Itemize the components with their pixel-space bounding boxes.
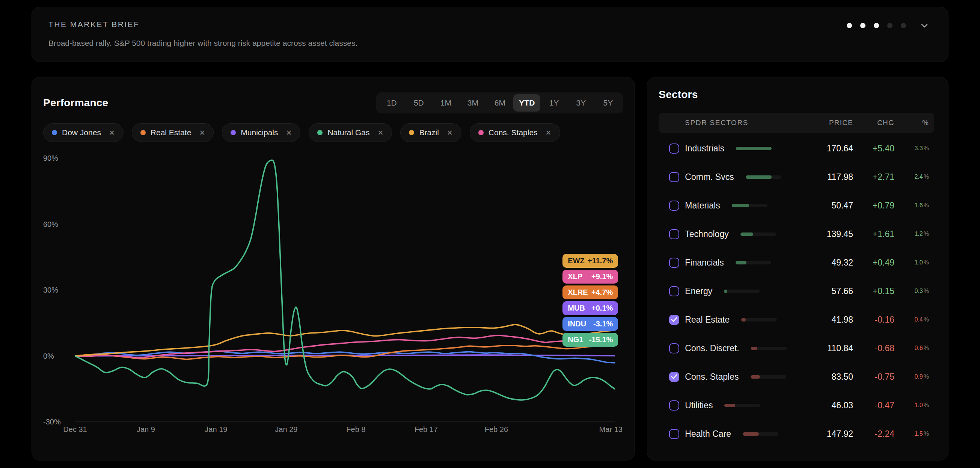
range-tab-5y[interactable]: 5Y [594, 94, 621, 111]
range-tab-ytd[interactable]: YTD [513, 94, 540, 111]
range-tab-6m[interactable]: 6M [486, 94, 513, 111]
ticker-change-value: +11.7% [588, 256, 613, 265]
percent-sign: % [924, 145, 929, 151]
sector-row-energy[interactable]: Energy57.66+0.150.3% [659, 277, 934, 306]
pagination-dots[interactable] [847, 23, 906, 28]
bar-fill [735, 261, 746, 264]
y-tick-label: 0% [43, 351, 70, 361]
percent-value: 0.6 [915, 345, 923, 351]
performance-chart: 90%60%30%0%-30% Dec 31Jan 9Jan 19Jan 29F… [43, 147, 623, 448]
y-tick-label: 30% [43, 285, 70, 295]
sector-name-cell: Industrials [669, 143, 808, 154]
series-color-dot [317, 130, 323, 135]
percent-sign: % [924, 174, 929, 180]
percent-sign: % [924, 202, 929, 209]
bar-fill [724, 290, 727, 293]
sector-checkbox[interactable] [669, 400, 679, 411]
percent-value: 1.0 [915, 259, 923, 266]
sector-row-utilities[interactable]: Utilities46.03-0.471.0% [659, 391, 934, 420]
page-dot[interactable] [874, 23, 879, 28]
page-dot[interactable] [887, 23, 892, 28]
sector-change: +5.40 [853, 143, 894, 154]
remove-chip-icon[interactable]: ✕ [109, 129, 115, 137]
chevron-down-icon[interactable] [919, 20, 930, 31]
percent-value: 3.3 [915, 145, 923, 151]
sector-checkbox[interactable] [669, 143, 679, 154]
bar-fill [740, 232, 754, 236]
performance-title: Performance [43, 97, 108, 109]
sector-row-cons-staples[interactable]: Cons. Staples83.50-0.750.9% [659, 363, 934, 391]
remove-chip-icon[interactable]: ✕ [447, 129, 453, 137]
range-tab-1m[interactable]: 1M [432, 94, 459, 111]
chart-plot-area[interactable] [75, 147, 615, 433]
ticker-label: XLP [568, 272, 582, 281]
page-dot[interactable] [860, 23, 865, 28]
range-tab-1y[interactable]: 1Y [540, 94, 567, 111]
ticker-label: EWZ [568, 256, 584, 265]
sector-row-real-estate[interactable]: Real Estate41.98-0.160.4% [659, 306, 934, 334]
sector-price: 117.98 [808, 172, 853, 182]
sectors-card: Sectors SPDR SECTORS PRICE CHG % Industr… [647, 77, 948, 460]
percent-value: 1.0 [915, 402, 923, 408]
percent-value: 1.2 [915, 231, 923, 237]
x-tick-label: Dec 31 [63, 425, 87, 434]
chip-label: Dow Jones [62, 128, 101, 137]
page-dot[interactable] [901, 23, 906, 28]
range-tab-3m[interactable]: 3M [459, 94, 486, 111]
sector-name-cell: Health Care [669, 429, 808, 439]
sector-percent: 3.3% [894, 145, 929, 152]
sector-checkbox[interactable] [669, 229, 679, 239]
range-tab-1d[interactable]: 1D [378, 94, 405, 111]
brief-title: THE MARKET BRIEF [48, 20, 932, 29]
sector-percent: 1.6% [894, 202, 929, 209]
remove-chip-icon[interactable]: ✕ [199, 129, 205, 137]
sector-row-health-care[interactable]: Health Care147.92-2.241.5% [659, 420, 934, 448]
change-magnitude-bar [735, 261, 771, 264]
end-label-xlre: XLRE+4.7% [562, 285, 618, 299]
end-label-mub: MUB+0.1% [562, 301, 618, 315]
sector-row-cons-discret[interactable]: Cons. Discret.110.84-0.680.6% [659, 334, 934, 363]
chip-real-estate[interactable]: Real Estate✕ [132, 123, 214, 142]
chip-brazil[interactable]: Brazil✕ [400, 123, 461, 142]
remove-chip-icon[interactable]: ✕ [546, 129, 552, 137]
sector-percent: 0.6% [894, 345, 929, 352]
sector-percent: 2.4% [894, 174, 929, 180]
sector-checkbox[interactable] [669, 372, 679, 382]
remove-chip-icon[interactable]: ✕ [286, 129, 292, 137]
chip-label: Natural Gas [328, 128, 369, 137]
page-dot[interactable] [847, 23, 852, 28]
sector-row-financials[interactable]: Financials49.32+0.491.0% [659, 248, 934, 277]
y-tick-label: 90% [43, 153, 70, 163]
sector-checkbox[interactable] [669, 343, 679, 353]
bar-fill [736, 147, 772, 150]
range-tab-3y[interactable]: 3Y [567, 94, 594, 111]
chip-natural-gas[interactable]: Natural Gas✕ [309, 123, 392, 142]
end-label-ng1: NG1-15.1% [562, 333, 618, 347]
sector-checkbox[interactable] [669, 286, 679, 296]
sector-checkbox[interactable] [669, 258, 679, 268]
chip-cons-staples[interactable]: Cons. Staples✕ [470, 123, 560, 142]
end-label-xlp: XLP+9.1% [562, 270, 618, 283]
change-magnitude-bar [746, 175, 781, 179]
change-magnitude-bar [751, 375, 786, 379]
range-tab-5d[interactable]: 5D [405, 94, 432, 111]
percent-value: 0.9 [915, 373, 923, 380]
sector-price: 57.66 [808, 286, 853, 296]
remove-chip-icon[interactable]: ✕ [377, 129, 383, 137]
sector-row-industrials[interactable]: Industrials170.64+5.403.3% [659, 134, 934, 162]
sector-row-comm-svcs[interactable]: Comm. Svcs117.98+2.712.4% [659, 162, 934, 191]
sector-checkbox[interactable] [669, 201, 679, 211]
chip-municipals[interactable]: Municipals✕ [222, 123, 301, 142]
sector-row-materials[interactable]: Materials50.47+0.791.6% [659, 191, 934, 220]
sector-checkbox[interactable] [669, 429, 679, 439]
sector-checkbox[interactable] [669, 172, 679, 182]
series-color-dot [231, 130, 236, 135]
chip-dow-jones[interactable]: Dow Jones✕ [43, 123, 124, 142]
sector-row-technology[interactable]: Technology139.45+1.611.2% [659, 220, 934, 248]
change-magnitude-bar [724, 290, 760, 293]
sector-change: +2.71 [853, 172, 894, 182]
column-header-price: PRICE [808, 119, 853, 127]
sectors-table-header: SPDR SECTORS PRICE CHG % [659, 113, 934, 133]
sector-checkbox[interactable] [669, 315, 679, 325]
sector-name-cell: Energy [669, 286, 808, 296]
